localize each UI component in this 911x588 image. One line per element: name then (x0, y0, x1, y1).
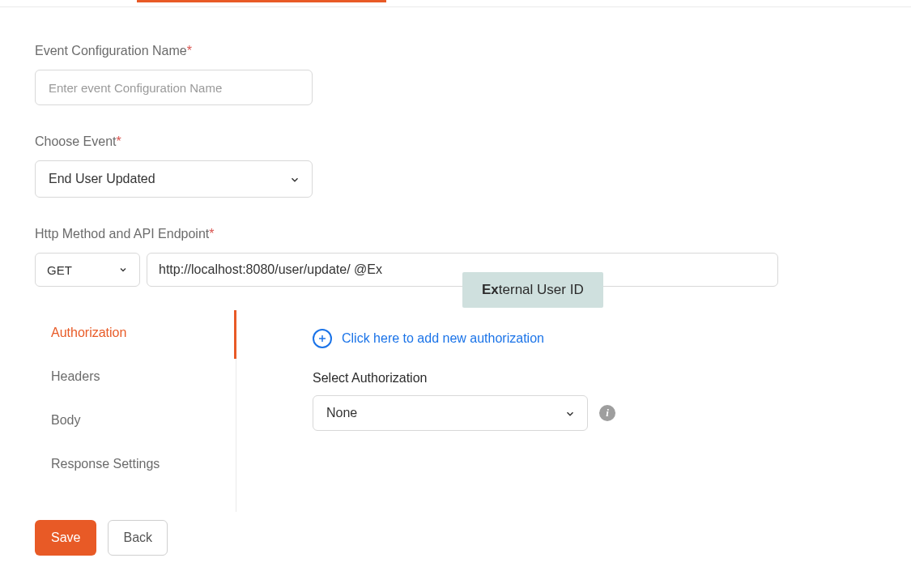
select-authorization-label: Select Authorization (313, 371, 615, 386)
autocomplete-match: Ex (482, 282, 499, 297)
info-icon[interactable]: i (599, 405, 615, 421)
top-divider (0, 6, 911, 7)
add-authorization-label: Click here to add new authorization (342, 331, 544, 346)
select-authorization-value: None (326, 406, 357, 420)
active-tab-indicator (137, 0, 386, 2)
chevron-down-icon (289, 174, 299, 184)
autocomplete-suggestion[interactable]: External User ID (462, 272, 603, 308)
back-button[interactable]: Back (108, 520, 168, 556)
choose-event-label: Choose Event* (35, 134, 876, 149)
tab-authorization-label: Authorization (51, 326, 126, 339)
tab-body-label: Body (51, 413, 80, 427)
http-method-select[interactable]: GET (35, 253, 140, 287)
chevron-down-icon (564, 408, 574, 418)
tab-body[interactable]: Body (35, 398, 237, 442)
choose-event-value: End User Updated (49, 172, 155, 186)
tab-response-settings-label: Response Settings (51, 457, 160, 471)
tab-headers-label: Headers (51, 369, 100, 383)
tab-response-settings[interactable]: Response Settings (35, 442, 237, 486)
save-button[interactable]: Save (35, 520, 96, 556)
choose-event-select[interactable]: End User Updated (35, 160, 313, 198)
chevron-down-icon (118, 265, 128, 275)
event-config-name-input[interactable] (35, 70, 313, 105)
plus-circle-icon (313, 329, 332, 348)
add-authorization-link[interactable]: Click here to add new authorization (313, 329, 615, 348)
select-authorization-dropdown[interactable]: None (313, 395, 588, 431)
http-endpoint-label: Http Method and API Endpoint* (35, 227, 876, 241)
tab-authorization[interactable]: Authorization (35, 311, 237, 355)
event-config-name-label: Event Configuration Name* (35, 44, 876, 58)
tab-headers[interactable]: Headers (35, 355, 237, 398)
http-method-value: GET (47, 263, 72, 277)
autocomplete-rest: ternal User ID (499, 282, 584, 297)
